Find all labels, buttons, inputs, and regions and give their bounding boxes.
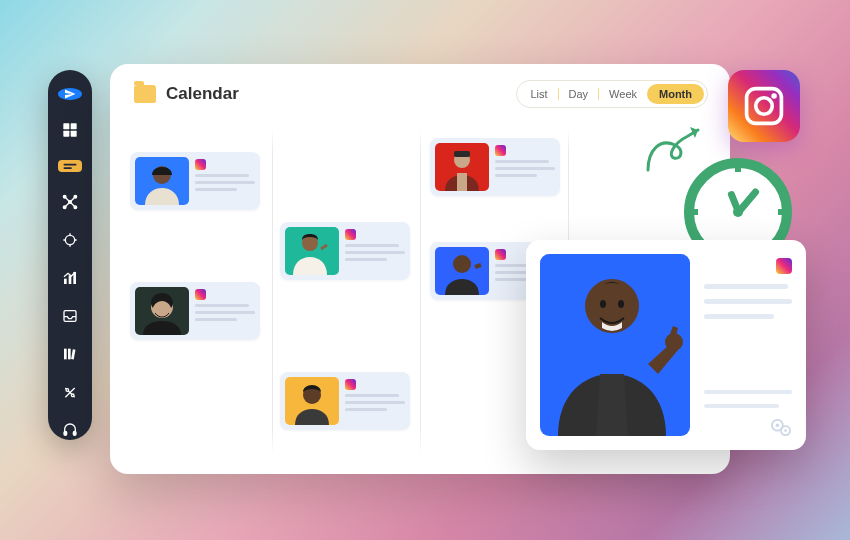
post-card[interactable] [280, 372, 410, 430]
instagram-icon [776, 258, 792, 274]
svg-point-35 [600, 300, 606, 308]
svg-point-37 [665, 333, 683, 351]
instagram-icon [345, 229, 356, 240]
nav-settings-icon[interactable] [60, 384, 80, 400]
popup-thumb [540, 254, 690, 436]
instagram-icon [495, 249, 506, 260]
post-thumb [135, 157, 189, 205]
tab-month[interactable]: Month [647, 84, 704, 104]
svg-point-32 [756, 98, 773, 115]
folder-icon [134, 85, 156, 103]
post-card[interactable] [130, 152, 260, 210]
nav-dashboard-icon[interactable] [60, 122, 80, 138]
post-thumb [435, 143, 489, 191]
svg-point-41 [784, 429, 787, 432]
post-card[interactable] [280, 222, 410, 280]
nav-target-icon[interactable] [60, 232, 80, 248]
nav-network-icon[interactable] [60, 194, 80, 210]
instagram-app-icon [728, 70, 800, 142]
svg-rect-16 [64, 349, 67, 360]
instagram-icon [345, 379, 356, 390]
svg-rect-0 [63, 123, 69, 129]
svg-rect-29 [457, 173, 467, 191]
post-thumb [285, 377, 339, 425]
post-thumb [285, 227, 339, 275]
gear-icon [770, 418, 792, 436]
svg-rect-28 [454, 151, 470, 157]
post-card[interactable] [430, 138, 560, 196]
post-thumb [435, 247, 489, 295]
svg-rect-4 [64, 164, 77, 166]
post-card[interactable] [130, 282, 260, 340]
svg-rect-5 [64, 167, 72, 169]
page-title: Calendar [166, 84, 239, 104]
svg-rect-3 [71, 131, 77, 137]
svg-rect-18 [71, 349, 75, 359]
svg-point-30 [453, 255, 471, 273]
svg-point-34 [585, 279, 639, 333]
instagram-icon [195, 289, 206, 300]
svg-point-33 [771, 93, 777, 99]
svg-rect-22 [73, 431, 76, 435]
nav-support-icon[interactable] [60, 422, 80, 438]
nav-inbox-icon[interactable] [60, 308, 80, 324]
svg-rect-13 [69, 275, 72, 284]
post-preview-popup [526, 240, 806, 450]
svg-rect-12 [64, 279, 67, 284]
svg-rect-2 [63, 131, 69, 137]
nav-send-icon[interactable] [58, 88, 82, 100]
post-thumb [135, 287, 189, 335]
svg-rect-21 [64, 431, 67, 435]
svg-point-11 [65, 235, 74, 244]
view-switcher: List Day Week Month [516, 80, 708, 108]
nav-calendar-icon[interactable] [58, 160, 82, 172]
nav-analytics-icon[interactable] [60, 270, 80, 286]
sidebar-nav [48, 70, 92, 440]
svg-rect-31 [747, 89, 782, 124]
svg-point-19 [66, 389, 69, 392]
instagram-icon [195, 159, 206, 170]
instagram-icon [495, 145, 506, 156]
svg-rect-17 [68, 349, 71, 360]
svg-point-20 [71, 394, 74, 397]
svg-point-36 [618, 300, 624, 308]
tab-list[interactable]: List [520, 88, 557, 100]
tab-day[interactable]: Day [559, 88, 599, 100]
nav-library-icon[interactable] [60, 346, 80, 362]
tab-week[interactable]: Week [599, 88, 647, 100]
svg-point-39 [776, 423, 780, 427]
svg-rect-1 [71, 123, 77, 129]
